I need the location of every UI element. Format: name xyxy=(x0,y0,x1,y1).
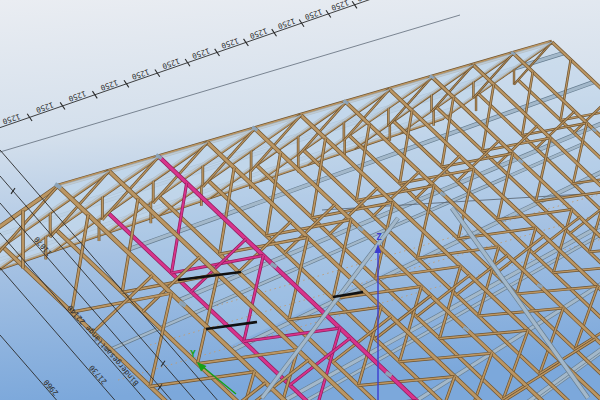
axis-z-label: Z xyxy=(376,232,382,242)
scene-svg[interactable]: 1250125012501250125012501250125012501250… xyxy=(0,0,600,400)
axis-y-label: Y xyxy=(190,349,196,359)
cad-3d-viewport[interactable]: 1250125012501250125012501250125012501250… xyxy=(0,0,600,400)
